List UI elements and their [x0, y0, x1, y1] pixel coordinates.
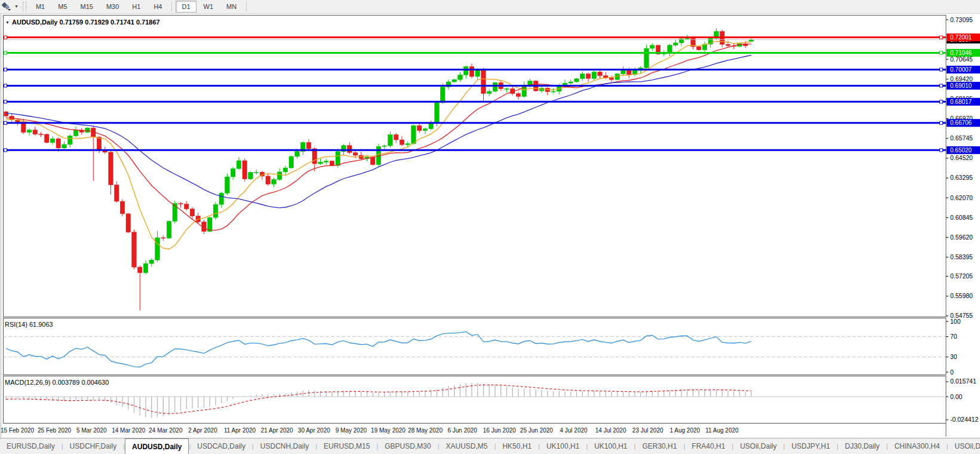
- svg-text:21 Apr 2020: 21 Apr 2020: [261, 427, 293, 434]
- svg-text:6 Jun 2020: 6 Jun 2020: [447, 427, 477, 434]
- chart-tab-hk50-h1[interactable]: HK50,H1: [496, 438, 538, 454]
- svg-text:100: 100: [950, 318, 961, 325]
- svg-text:4 Jul 2020: 4 Jul 2020: [560, 427, 588, 434]
- timeframe-button-d1[interactable]: D1: [176, 1, 196, 13]
- chart-canvas[interactable]: 0.730950.706450.694200.681950.669700.657…: [0, 14, 980, 438]
- svg-text:0.58395: 0.58395: [950, 253, 973, 260]
- svg-text:0.69010: 0.69010: [950, 82, 972, 89]
- chart-type-dropdown-icon[interactable]: ▼: [12, 2, 21, 11]
- svg-text:24 Mar 2020: 24 Mar 2020: [149, 427, 183, 434]
- chart-tab-usdcnh-daily[interactable]: USDCNH,Daily: [254, 438, 315, 454]
- toolbar-grip[interactable]: [23, 2, 26, 11]
- svg-text:15 Feb 2020: 15 Feb 2020: [1, 427, 35, 434]
- svg-text:2 Apr 2020: 2 Apr 2020: [188, 427, 217, 434]
- svg-text:16 Jun 2020: 16 Jun 2020: [483, 427, 516, 434]
- svg-text:70: 70: [950, 333, 957, 340]
- chart-tab-uk100-h1[interactable]: UK100,H1: [540, 438, 586, 454]
- svg-text:0.59620: 0.59620: [950, 234, 973, 241]
- svg-text:0.73095: 0.73095: [950, 16, 973, 23]
- svg-text:0.66706: 0.66706: [950, 119, 972, 126]
- chart-tab-eurusd-m15[interactable]: EURUSD,M15: [317, 438, 376, 454]
- chart-tab-gbpusd-m30[interactable]: GBPUSD,M30: [378, 438, 437, 454]
- svg-text:▼: ▼: [5, 20, 10, 24]
- date-axis: 15 Feb 202025 Feb 20205 Mar 202014 Mar 2…: [1, 427, 739, 434]
- timeframe-button-m30[interactable]: M30: [100, 1, 125, 13]
- svg-text:0.63295: 0.63295: [950, 174, 973, 181]
- svg-text:0.72001: 0.72001: [950, 34, 972, 41]
- chart-windows-icon[interactable]: [1, 2, 12, 11]
- timeframe-button-m1[interactable]: M1: [30, 1, 51, 13]
- timeframe-button-h1[interactable]: H1: [126, 1, 146, 13]
- chart-tab-ger30-h1[interactable]: GER30,H1: [635, 438, 683, 454]
- svg-text:23 Jul 2020: 23 Jul 2020: [632, 427, 663, 434]
- chart-tab-audusd-daily[interactable]: AUDUSD,Daily: [125, 438, 189, 454]
- chart-tab-usdcad-daily[interactable]: USDCAD,Daily: [191, 438, 252, 454]
- svg-text:0.68017: 0.68017: [950, 99, 972, 105]
- toolbar-separator: [246, 2, 247, 11]
- timeframe-button-m5[interactable]: M5: [52, 1, 73, 13]
- svg-text:28 May 2020: 28 May 2020: [408, 427, 443, 434]
- svg-text:14 Mar 2020: 14 Mar 2020: [112, 427, 146, 434]
- chart-tab-usdjpy-h1[interactable]: USDJPY,H1: [785, 438, 836, 454]
- svg-text:0.65745: 0.65745: [950, 134, 973, 142]
- rsi-label: RSI(14) 61.9063: [5, 321, 53, 328]
- mt4-window: ▼ M1M5M15M30H1H4D1W1MN 0.730950.706450.6…: [0, 0, 980, 454]
- chart-tab-fra40-h1[interactable]: FRA40,H1: [685, 438, 732, 454]
- timeframe-toolbar: ▼ M1M5M15M30H1H4D1W1MN: [0, 0, 980, 14]
- svg-text:11 Aug 2020: 11 Aug 2020: [705, 427, 739, 434]
- svg-text:5 Mar 2020: 5 Mar 2020: [76, 427, 107, 434]
- svg-text:0.65020: 0.65020: [950, 147, 972, 154]
- svg-text:0.00: 0.00: [950, 393, 963, 400]
- chart-tab-uk100-h1[interactable]: UK100,H1: [588, 438, 634, 454]
- svg-text:0.71046: 0.71046: [950, 50, 972, 56]
- chart-tab-usoil-d[interactable]: USOil,D: [948, 438, 980, 454]
- chart-title: ▼AUDUSD,Daily 0.71759 0.71929 0.71741 0.…: [5, 19, 160, 26]
- macd-label: MACD(12,26,9) 0.003789 0.004630: [5, 379, 109, 386]
- svg-text:0.55980: 0.55980: [950, 292, 973, 299]
- timeframe-button-h4[interactable]: H4: [148, 1, 168, 13]
- chart-tab-bar: EURUSD,Daily|USDCHF,Daily|AUDUSD,Daily|U…: [0, 438, 980, 454]
- timeframe-button-mn[interactable]: MN: [220, 1, 242, 13]
- svg-text:30: 30: [950, 353, 957, 360]
- price-axis: 0.730950.706450.694200.681950.669700.657…: [946, 16, 980, 320]
- chart-tab-usdchf-daily[interactable]: USDCHF,Daily: [63, 438, 124, 454]
- svg-text:0.70007: 0.70007: [950, 66, 972, 73]
- svg-text:-0.024412: -0.024412: [950, 416, 978, 423]
- svg-text:0.60845: 0.60845: [950, 214, 973, 221]
- svg-text:30 Apr 2020: 30 Apr 2020: [298, 427, 330, 434]
- timeframe-button-m15[interactable]: M15: [75, 1, 99, 13]
- svg-text:0: 0: [950, 369, 954, 376]
- svg-text:11 Apr 2020: 11 Apr 2020: [224, 427, 256, 434]
- svg-text:AUDUSD,Daily 0.71759 0.71929: AUDUSD,Daily 0.71759 0.71929 0.71741 0.7…: [12, 19, 160, 26]
- svg-text:0.62070: 0.62070: [950, 194, 973, 201]
- svg-text:0.69420: 0.69420: [950, 75, 973, 82]
- chart-tab-dj30-daily[interactable]: DJ30,Daily: [838, 438, 886, 454]
- svg-text:25 Feb 2020: 25 Feb 2020: [38, 427, 72, 434]
- svg-text:1 Aug 2020: 1 Aug 2020: [669, 427, 700, 434]
- svg-text:19 May 2020: 19 May 2020: [371, 427, 405, 434]
- svg-text:25 Jun 2020: 25 Jun 2020: [520, 427, 553, 434]
- timeframe-button-w1[interactable]: W1: [198, 1, 220, 13]
- chart-tab-xauusd-m5[interactable]: XAUUSD,M5: [440, 438, 494, 454]
- toolbar-separator: [171, 2, 172, 11]
- chart-tab-china300-h4[interactable]: CHINA300,H4: [888, 438, 947, 454]
- chart-tab-eurusd-daily[interactable]: EURUSD,Daily: [0, 438, 62, 454]
- svg-text:0.64520: 0.64520: [950, 154, 973, 161]
- chart-tab-usoil-daily[interactable]: USOil,Daily: [733, 438, 783, 454]
- svg-text:14 Jul 2020: 14 Jul 2020: [595, 427, 626, 434]
- svg-text:0.57205: 0.57205: [950, 272, 973, 280]
- svg-text:0.015741: 0.015741: [950, 378, 976, 385]
- chart-area[interactable]: 0.730950.706450.694200.681950.669700.657…: [0, 14, 980, 438]
- svg-text:9 May 2020: 9 May 2020: [336, 427, 367, 434]
